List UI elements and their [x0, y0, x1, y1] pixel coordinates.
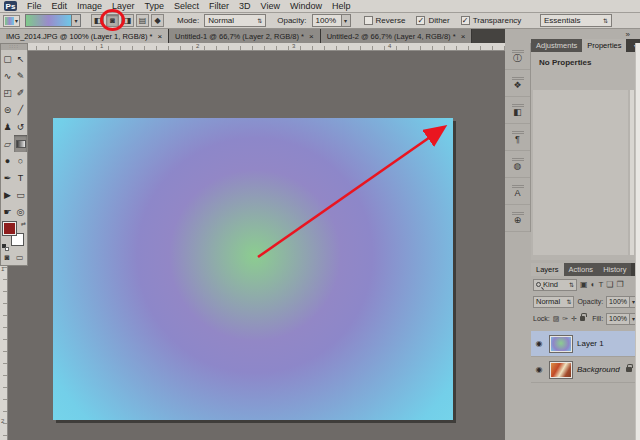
type-tool[interactable]: T — [14, 169, 27, 186]
3d-panel-button[interactable]: ◍ — [505, 151, 530, 178]
layer-thumbnail[interactable] — [549, 361, 573, 379]
quick-selection-tool[interactable]: ✎ — [14, 67, 27, 84]
menu-3d[interactable]: 3D — [239, 1, 251, 11]
lasso-tool[interactable]: ∿ — [1, 67, 14, 84]
lock-position-icon[interactable]: ✛ — [571, 315, 577, 323]
path-selection-tool[interactable]: ▶ — [1, 186, 14, 203]
close-icon[interactable]: × — [309, 32, 314, 41]
rectangular-marquee-tool[interactable]: ▢ — [1, 50, 14, 67]
filter-shape-icon[interactable]: ❏ — [606, 280, 613, 289]
mode-select[interactable]: Normal ⇅ — [204, 14, 266, 27]
brush-tool[interactable]: ╱ — [14, 101, 27, 118]
hand-tool[interactable]: ☛ — [1, 203, 14, 220]
filter-image-icon[interactable]: ▣ — [580, 280, 588, 289]
collapse-panels-icon[interactable]: » — [626, 30, 630, 39]
adjustments-panel-button[interactable]: ◧ — [505, 97, 530, 124]
close-icon[interactable]: × — [461, 32, 466, 41]
eyedropper-tool[interactable]: ✐ — [14, 84, 27, 101]
rectangle-shape-tool[interactable]: ▭ — [14, 186, 27, 203]
visibility-eye-icon[interactable]: ◉ — [533, 365, 545, 374]
lock-all-icon[interactable] — [580, 316, 585, 321]
tab-actions[interactable]: Actions — [564, 263, 599, 276]
eraser-tool[interactable]: ▱ — [1, 135, 14, 152]
gradient-picker[interactable]: ▾ — [25, 14, 81, 27]
clone-source-panel-button[interactable]: ⊕ — [505, 205, 530, 232]
menu-view[interactable]: View — [261, 1, 280, 11]
tab-history[interactable]: History — [598, 263, 631, 276]
radial-gradient-button[interactable]: ◙ — [106, 14, 119, 27]
menu-help[interactable]: Help — [332, 1, 351, 11]
pen-tool[interactable]: ✒ — [1, 169, 14, 186]
info-panel-button[interactable]: ⓘ — [505, 43, 530, 70]
screen-mode-button[interactable]: ▭ — [16, 253, 24, 262]
opacity-dropdown[interactable]: ▾ — [342, 14, 351, 27]
gradient-tool-icon — [5, 17, 14, 25]
canvas[interactable] — [53, 118, 453, 420]
menu-select[interactable]: Select — [174, 1, 199, 11]
menu-edit[interactable]: Edit — [52, 1, 68, 11]
filter-type-icon[interactable]: T — [598, 280, 603, 289]
swatches-panel-button[interactable]: ❖ — [505, 70, 530, 97]
gradient-tool[interactable] — [14, 135, 27, 152]
layer-row-layer1[interactable]: ◉ Layer 1 — [531, 331, 640, 357]
layer-filter-select[interactable]: Kind ⇅ — [533, 279, 577, 291]
move-tool[interactable]: ↖ — [14, 50, 27, 67]
transparency-checkbox[interactable]: ✓ — [461, 16, 470, 25]
layer-name[interactable]: Layer 1 — [577, 339, 604, 348]
crop-tool[interactable]: ◰ — [1, 84, 14, 101]
angle-gradient-button[interactable]: ◨ — [121, 14, 134, 27]
clone-stamp-tool[interactable]: ♟ — [1, 118, 14, 135]
filter-adjustment-icon[interactable]: ◐ — [591, 280, 596, 289]
menu-image[interactable]: Image — [77, 1, 102, 11]
scrollbar[interactable] — [630, 90, 634, 255]
blend-mode-select[interactable]: Normal ⇅ — [533, 296, 574, 308]
layer-fill-value[interactable]: 100% — [606, 313, 630, 325]
lock-transparency-icon[interactable]: ▨ — [553, 315, 560, 323]
close-icon[interactable]: × — [157, 32, 162, 41]
doc-tab-untitled1[interactable]: Untitled-1 @ 66,7% (Layer 2, RGB/8) * × — [169, 29, 321, 43]
menu-layer[interactable]: Layer — [112, 1, 135, 11]
menu-file[interactable]: File — [27, 1, 42, 11]
grip-icon — [512, 212, 524, 213]
history-brush-tool[interactable]: ↺ — [14, 118, 27, 135]
reflected-gradient-button[interactable]: ▤ — [136, 14, 149, 27]
dodge-tool[interactable]: ○ — [14, 152, 27, 169]
linear-gradient-button[interactable]: ◧ — [91, 14, 104, 27]
gradient-picker-dropdown[interactable]: ▾ — [71, 14, 81, 27]
opacity-value[interactable]: 100% — [312, 14, 342, 27]
paragraph-panel-button[interactable]: ¶ — [505, 124, 530, 151]
layer-opacity-value[interactable]: 100% — [606, 296, 630, 308]
default-colors-icon[interactable] — [2, 244, 9, 251]
spot-healing-tool[interactable]: ⊜ — [1, 101, 14, 118]
tool-preset-picker[interactable]: ▾ — [3, 15, 20, 27]
lock-pixels-icon[interactable]: ✑ — [562, 315, 568, 323]
layer-thumbnail[interactable] — [549, 335, 573, 353]
tab-adjustments[interactable]: Adjustments — [531, 39, 582, 52]
tab-layers[interactable]: Layers — [531, 263, 564, 276]
gradient-preview[interactable] — [25, 14, 71, 27]
grip-icon — [512, 50, 524, 51]
blur-tool[interactable]: ● — [1, 152, 14, 169]
dither-checkbox[interactable]: ✓ — [416, 16, 425, 25]
filter-smart-object-icon[interactable]: ❐ — [616, 280, 623, 289]
zoom-tool[interactable]: ◎ — [14, 203, 27, 220]
reverse-checkbox[interactable] — [364, 16, 373, 25]
diamond-gradient-button[interactable]: ◆ — [151, 14, 164, 27]
menu-type[interactable]: Type — [145, 1, 165, 11]
quick-mask-button[interactable]: ◙ — [4, 253, 9, 262]
doc-tab-untitled2[interactable]: Untitled-2 @ 66,7% (Layer 4, RGB/8) * × — [321, 29, 473, 43]
menu-filter[interactable]: Filter — [209, 1, 229, 11]
visibility-eye-icon[interactable]: ◉ — [533, 339, 545, 348]
workspace-value: Essentials — [544, 16, 580, 25]
menu-window[interactable]: Window — [290, 1, 322, 11]
workspace-switcher[interactable]: Essentials ⇅ — [540, 14, 612, 27]
swap-colors-icon[interactable]: ⇄ — [21, 220, 26, 227]
tab-properties[interactable]: Properties — [582, 39, 626, 52]
layer-name[interactable]: Background — [577, 365, 620, 374]
layer-row-background[interactable]: ◉ Background — [531, 357, 640, 383]
foreground-color-swatch[interactable] — [3, 222, 16, 235]
mode-label: Mode: — [177, 16, 199, 25]
annotation-arrow — [53, 118, 453, 420]
doc-tab-img2014[interactable]: IMG_2014.JPG @ 100% (Layer 1, RGB/8) * × — [0, 29, 169, 43]
character-panel-button[interactable]: A — [505, 178, 530, 205]
